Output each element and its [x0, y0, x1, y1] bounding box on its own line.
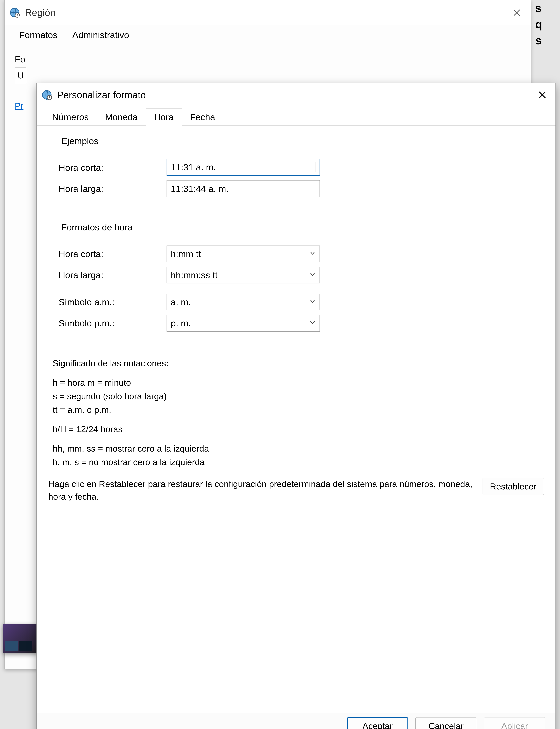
short-time-format-value: h:mm tt	[171, 249, 201, 259]
examples-legend: Ejemplos	[59, 136, 101, 146]
am-symbol-label: Símbolo a.m.:	[59, 297, 167, 307]
customize-tabs: Números Moneda Hora Fecha	[37, 107, 555, 126]
chevron-down-icon	[309, 250, 316, 258]
background-clipped-text: s q s	[532, 0, 560, 49]
short-time-example-label: Hora corta:	[59, 162, 167, 173]
chevron-down-icon	[309, 271, 316, 279]
region-titlebar[interactable]: Región	[5, 0, 531, 25]
long-time-example-field[interactable]: 11:31:44 a. m.	[167, 180, 320, 197]
reset-row: Haga clic en Restablecer para restaurar …	[48, 478, 544, 503]
notation-line: h/H = 12/24 horas	[53, 422, 373, 436]
short-time-example-field[interactable]: 11:31 a. m.	[167, 159, 320, 176]
region-format-label-clipped: Fo	[15, 54, 522, 64]
tab-currency[interactable]: Moneda	[97, 109, 146, 126]
region-tabs: Formatos Administrativo	[5, 25, 531, 44]
region-close-button[interactable]	[507, 6, 526, 19]
close-icon	[512, 8, 521, 17]
pm-symbol-value: p. m.	[171, 318, 191, 328]
chevron-down-icon	[309, 319, 316, 327]
reset-description: Haga clic en Restablecer para restaurar …	[48, 478, 474, 503]
examples-group: Ejemplos Hora corta: 11:31 a. m. Hora la…	[48, 136, 544, 212]
pm-symbol-combo[interactable]: p. m.	[167, 315, 320, 332]
dialog-button-bar: Aceptar Cancelar Aplicar	[37, 713, 555, 729]
notation-title: Significado de las notaciones:	[53, 357, 373, 370]
long-time-example-value: 11:31:44 a. m.	[171, 184, 229, 194]
close-icon	[538, 90, 547, 100]
tab-date[interactable]: Fecha	[182, 109, 223, 126]
customize-body: Ejemplos Hora corta: 11:31 a. m. Hora la…	[37, 126, 555, 713]
chevron-down-icon	[309, 298, 316, 306]
customize-window-title: Personalizar formato	[57, 89, 534, 101]
long-time-example-label: Hora larga:	[59, 184, 167, 194]
notation-line: h, m, s = no mostrar cero a la izquierda	[53, 455, 373, 469]
notation-line: s = segundo (solo hora larga)	[53, 389, 373, 403]
long-time-format-label: Hora larga:	[59, 270, 167, 280]
globe-clock-icon	[9, 7, 21, 18]
pm-symbol-label: Símbolo p.m.:	[59, 318, 167, 328]
short-time-example-value: 11:31 a. m.	[171, 162, 216, 172]
notation-line: hh, mm, ss = mostrar cero a la izquierda	[53, 442, 373, 455]
tab-time[interactable]: Hora	[146, 109, 182, 126]
region-format-combo-clipped[interactable]: U	[15, 67, 26, 83]
am-symbol-value: a. m.	[171, 297, 191, 307]
am-symbol-combo[interactable]: a. m.	[167, 294, 320, 311]
tab-administrative[interactable]: Administrativo	[65, 26, 137, 44]
tab-numbers[interactable]: Números	[44, 109, 97, 126]
short-time-format-combo[interactable]: h:mm tt	[167, 246, 320, 262]
long-time-format-combo[interactable]: hh:mm:ss tt	[167, 267, 320, 284]
notation-line: tt = a.m. o p.m.	[53, 403, 373, 416]
customize-titlebar[interactable]: Personalizar formato	[37, 83, 555, 107]
long-time-format-value: hh:mm:ss tt	[171, 270, 217, 280]
reset-button[interactable]: Restablecer	[483, 478, 544, 495]
notation-line: h = hora m = minuto	[53, 376, 373, 389]
apply-button[interactable]: Aplicar	[484, 717, 545, 729]
time-formats-legend: Formatos de hora	[59, 222, 135, 233]
time-formats-group: Formatos de hora Hora corta: h:mm tt Hor…	[48, 222, 544, 346]
short-time-format-label: Hora corta:	[59, 249, 167, 259]
globe-clock-icon	[41, 89, 53, 101]
ok-button[interactable]: Aceptar	[347, 717, 408, 729]
customize-close-button[interactable]	[534, 88, 551, 102]
region-window-title: Región	[25, 7, 507, 18]
customize-format-dialog: Personalizar formato Números Moneda Hora…	[36, 83, 556, 729]
tab-formats[interactable]: Formatos	[12, 26, 65, 44]
notation-explanation: Significado de las notaciones: h = hora …	[53, 357, 373, 469]
cancel-button[interactable]: Cancelar	[415, 717, 477, 729]
